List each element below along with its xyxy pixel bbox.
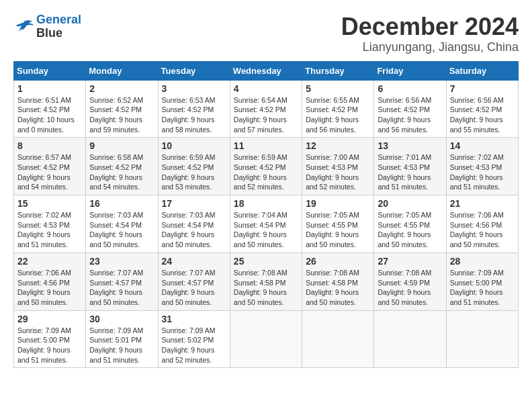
day-info: Sunrise: 7:09 AM Sunset: 5:01 PM Dayligh… bbox=[89, 326, 154, 365]
calendar-week-5: 29Sunrise: 7:09 AM Sunset: 5:00 PM Dayli… bbox=[14, 310, 519, 368]
day-number: 13 bbox=[378, 140, 442, 151]
day-number: 18 bbox=[234, 198, 298, 209]
calendar-header: SundayMondayTuesdayWednesdayThursdayFrid… bbox=[14, 61, 519, 80]
calendar-cell: 10Sunrise: 6:59 AM Sunset: 4:52 PM Dayli… bbox=[158, 138, 230, 195]
day-info: Sunrise: 7:09 AM Sunset: 5:00 PM Dayligh… bbox=[450, 268, 515, 308]
day-info: Sunrise: 6:58 AM Sunset: 4:52 PM Dayligh… bbox=[89, 152, 154, 192]
calendar-cell: 25Sunrise: 7:08 AM Sunset: 4:58 PM Dayli… bbox=[230, 253, 302, 310]
day-number: 22 bbox=[17, 256, 82, 267]
day-number: 6 bbox=[378, 83, 442, 94]
day-number: 11 bbox=[234, 140, 298, 151]
calendar-cell: 27Sunrise: 7:08 AM Sunset: 4:59 PM Dayli… bbox=[374, 253, 446, 310]
day-number: 30 bbox=[89, 314, 154, 324]
day-info: Sunrise: 7:05 AM Sunset: 4:55 PM Dayligh… bbox=[306, 210, 370, 250]
day-info: Sunrise: 6:56 AM Sunset: 4:52 PM Dayligh… bbox=[378, 95, 442, 135]
page-header: GeneralBlue December 2024 Lianyungang, J… bbox=[13, 13, 519, 54]
day-number: 19 bbox=[306, 198, 370, 209]
month-title: December 2024 bbox=[341, 13, 519, 40]
day-info: Sunrise: 7:08 AM Sunset: 4:59 PM Dayligh… bbox=[378, 268, 442, 308]
calendar-cell bbox=[230, 310, 302, 368]
day-number: 31 bbox=[162, 314, 226, 324]
day-number: 5 bbox=[306, 83, 370, 94]
day-number: 21 bbox=[450, 198, 515, 209]
weekday-header-friday: Friday bbox=[374, 61, 446, 80]
calendar-cell: 20Sunrise: 7:05 AM Sunset: 4:55 PM Dayli… bbox=[374, 195, 446, 253]
weekday-header-wednesday: Wednesday bbox=[230, 61, 302, 80]
day-info: Sunrise: 6:59 AM Sunset: 4:52 PM Dayligh… bbox=[162, 152, 226, 192]
day-number: 26 bbox=[306, 256, 370, 267]
calendar-cell: 8Sunrise: 6:57 AM Sunset: 4:52 PM Daylig… bbox=[14, 138, 86, 195]
day-info: Sunrise: 7:03 AM Sunset: 4:54 PM Dayligh… bbox=[162, 210, 226, 250]
calendar-cell: 23Sunrise: 7:07 AM Sunset: 4:57 PM Dayli… bbox=[86, 253, 158, 310]
day-info: Sunrise: 7:05 AM Sunset: 4:55 PM Dayligh… bbox=[378, 210, 442, 250]
day-info: Sunrise: 7:04 AM Sunset: 4:54 PM Dayligh… bbox=[234, 210, 298, 250]
title-block: December 2024 Lianyungang, Jiangsu, Chin… bbox=[341, 13, 519, 54]
calendar-cell bbox=[446, 310, 518, 368]
day-info: Sunrise: 7:02 AM Sunset: 4:53 PM Dayligh… bbox=[17, 210, 82, 250]
day-number: 20 bbox=[378, 198, 442, 209]
weekday-header-monday: Monday bbox=[86, 61, 158, 80]
day-number: 2 bbox=[89, 83, 154, 94]
day-info: Sunrise: 6:57 AM Sunset: 4:52 PM Dayligh… bbox=[17, 152, 82, 192]
day-number: 3 bbox=[162, 83, 226, 94]
day-number: 23 bbox=[89, 256, 154, 267]
calendar-cell: 5Sunrise: 6:55 AM Sunset: 4:52 PM Daylig… bbox=[302, 80, 374, 138]
calendar-week-1: 1Sunrise: 6:51 AM Sunset: 4:52 PM Daylig… bbox=[14, 80, 519, 138]
day-info: Sunrise: 6:59 AM Sunset: 4:52 PM Dayligh… bbox=[234, 152, 298, 192]
day-info: Sunrise: 7:01 AM Sunset: 4:53 PM Dayligh… bbox=[378, 152, 442, 192]
calendar-cell: 1Sunrise: 6:51 AM Sunset: 4:52 PM Daylig… bbox=[14, 80, 86, 138]
day-info: Sunrise: 6:53 AM Sunset: 4:52 PM Dayligh… bbox=[162, 95, 226, 135]
weekday-header-tuesday: Tuesday bbox=[158, 61, 230, 80]
day-info: Sunrise: 7:00 AM Sunset: 4:53 PM Dayligh… bbox=[306, 152, 370, 192]
calendar-cell: 18Sunrise: 7:04 AM Sunset: 4:54 PM Dayli… bbox=[230, 195, 302, 253]
day-number: 7 bbox=[450, 83, 515, 94]
day-number: 27 bbox=[378, 256, 442, 267]
calendar-cell: 31Sunrise: 7:09 AM Sunset: 5:02 PM Dayli… bbox=[158, 310, 230, 368]
logo-text: GeneralBlue bbox=[36, 13, 81, 40]
day-info: Sunrise: 7:06 AM Sunset: 4:56 PM Dayligh… bbox=[450, 210, 515, 250]
calendar-cell bbox=[374, 310, 446, 368]
day-number: 29 bbox=[17, 314, 82, 324]
day-info: Sunrise: 6:54 AM Sunset: 4:52 PM Dayligh… bbox=[234, 95, 298, 135]
day-number: 16 bbox=[89, 198, 154, 209]
day-info: Sunrise: 6:56 AM Sunset: 4:52 PM Dayligh… bbox=[450, 95, 515, 135]
calendar-cell: 3Sunrise: 6:53 AM Sunset: 4:52 PM Daylig… bbox=[158, 80, 230, 138]
day-number: 12 bbox=[306, 140, 370, 151]
day-number: 15 bbox=[17, 198, 82, 209]
day-info: Sunrise: 6:51 AM Sunset: 4:52 PM Dayligh… bbox=[17, 95, 82, 135]
day-info: Sunrise: 7:02 AM Sunset: 4:53 PM Dayligh… bbox=[450, 152, 515, 192]
calendar-week-4: 22Sunrise: 7:06 AM Sunset: 4:56 PM Dayli… bbox=[14, 253, 519, 310]
day-number: 4 bbox=[234, 83, 298, 94]
calendar-cell: 24Sunrise: 7:07 AM Sunset: 4:57 PM Dayli… bbox=[158, 253, 230, 310]
calendar-week-3: 15Sunrise: 7:02 AM Sunset: 4:53 PM Dayli… bbox=[14, 195, 519, 253]
calendar-cell: 4Sunrise: 6:54 AM Sunset: 4:52 PM Daylig… bbox=[230, 80, 302, 138]
day-number: 10 bbox=[162, 140, 226, 151]
calendar-cell: 26Sunrise: 7:08 AM Sunset: 4:58 PM Dayli… bbox=[302, 253, 374, 310]
calendar-cell: 12Sunrise: 7:00 AM Sunset: 4:53 PM Dayli… bbox=[302, 138, 374, 195]
calendar-cell: 17Sunrise: 7:03 AM Sunset: 4:54 PM Dayli… bbox=[158, 195, 230, 253]
logo-icon bbox=[13, 18, 34, 35]
calendar-cell bbox=[302, 310, 374, 368]
day-info: Sunrise: 7:07 AM Sunset: 4:57 PM Dayligh… bbox=[89, 268, 154, 308]
weekday-header-sunday: Sunday bbox=[14, 61, 86, 80]
calendar-week-2: 8Sunrise: 6:57 AM Sunset: 4:52 PM Daylig… bbox=[14, 138, 519, 195]
calendar-cell: 30Sunrise: 7:09 AM Sunset: 5:01 PM Dayli… bbox=[86, 310, 158, 368]
day-info: Sunrise: 7:09 AM Sunset: 5:00 PM Dayligh… bbox=[17, 326, 82, 365]
day-info: Sunrise: 7:06 AM Sunset: 4:56 PM Dayligh… bbox=[17, 268, 82, 308]
calendar-cell: 16Sunrise: 7:03 AM Sunset: 4:54 PM Dayli… bbox=[86, 195, 158, 253]
calendar-cell: 6Sunrise: 6:56 AM Sunset: 4:52 PM Daylig… bbox=[374, 80, 446, 138]
day-number: 24 bbox=[162, 256, 226, 267]
calendar-cell: 21Sunrise: 7:06 AM Sunset: 4:56 PM Dayli… bbox=[446, 195, 518, 253]
calendar-cell: 29Sunrise: 7:09 AM Sunset: 5:00 PM Dayli… bbox=[14, 310, 86, 368]
day-number: 17 bbox=[162, 198, 226, 209]
day-info: Sunrise: 6:55 AM Sunset: 4:52 PM Dayligh… bbox=[306, 95, 370, 135]
location-title: Lianyungang, Jiangsu, China bbox=[341, 40, 519, 54]
day-info: Sunrise: 7:09 AM Sunset: 5:02 PM Dayligh… bbox=[162, 326, 226, 365]
calendar-cell: 22Sunrise: 7:06 AM Sunset: 4:56 PM Dayli… bbox=[14, 253, 86, 310]
day-info: Sunrise: 6:52 AM Sunset: 4:52 PM Dayligh… bbox=[89, 95, 154, 135]
calendar-cell: 11Sunrise: 6:59 AM Sunset: 4:52 PM Dayli… bbox=[230, 138, 302, 195]
calendar-cell: 14Sunrise: 7:02 AM Sunset: 4:53 PM Dayli… bbox=[446, 138, 518, 195]
day-info: Sunrise: 7:07 AM Sunset: 4:57 PM Dayligh… bbox=[162, 268, 226, 308]
calendar-cell: 9Sunrise: 6:58 AM Sunset: 4:52 PM Daylig… bbox=[86, 138, 158, 195]
day-number: 14 bbox=[450, 140, 515, 151]
